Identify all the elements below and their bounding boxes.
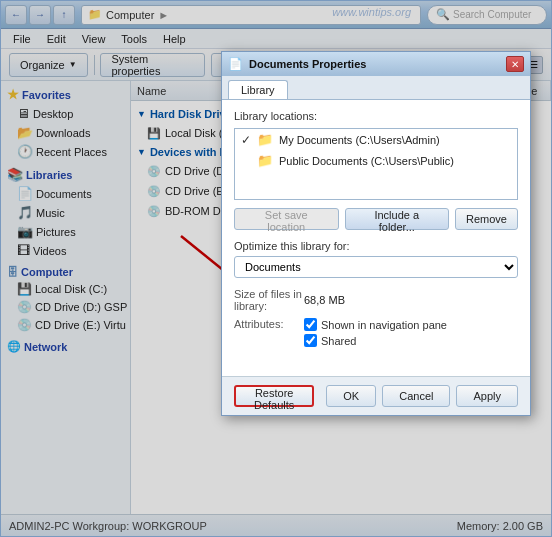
dialog-btn-row-locations: Set save location Include a folder... Re… <box>234 208 518 230</box>
ok-button[interactable]: OK <box>326 385 376 407</box>
attributes-label: Attributes: <box>234 318 304 330</box>
documents-properties-dialog: 📄 Documents Properties ✕ Library Library… <box>221 51 531 416</box>
dialog-overlay: 📄 Documents Properties ✕ Library Library… <box>1 1 551 536</box>
attr-navigation-label: Shown in navigation pane <box>321 319 447 331</box>
optimize-select[interactable]: Documents <box>234 256 518 278</box>
check-my-docs: ✓ <box>241 133 251 147</box>
location-public-docs-text: Public Documents (C:\Users\Public) <box>279 155 454 167</box>
dialog-footer: Restore Defaults OK Cancel Apply <box>222 376 530 415</box>
optimize-label: Optimize this library for: <box>234 240 518 252</box>
include-folder-button[interactable]: Include a folder... <box>345 208 450 230</box>
size-info-row: Size of files in library: 68,8 MB <box>234 288 518 312</box>
size-value: 68,8 MB <box>304 294 345 306</box>
dialog-locations-list[interactable]: ✓ 📁 My Documents (C:\Users\Admin) ✓ 📁 Pu… <box>234 128 518 200</box>
apply-button[interactable]: Apply <box>456 385 518 407</box>
main-window: ← → ↑ 📁 Computer ► 🔍 Search Computer www… <box>0 0 552 537</box>
dialog-title-bar: 📄 Documents Properties ✕ <box>222 52 530 76</box>
dialog-tab-library[interactable]: Library <box>228 80 288 99</box>
size-label: Size of files in library: <box>234 288 304 312</box>
location-my-docs-text: My Documents (C:\Users\Admin) <box>279 134 440 146</box>
dialog-close-button[interactable]: ✕ <box>506 56 524 72</box>
attributes-row: Attributes: Shown in navigation pane Sha… <box>234 318 518 360</box>
dialog-content: Library locations: ✓ 📁 My Documents (C:\… <box>222 100 530 376</box>
restore-defaults-button[interactable]: Restore Defaults <box>234 385 314 407</box>
cancel-button[interactable]: Cancel <box>382 385 450 407</box>
attr-shared-row: Shared <box>304 334 447 347</box>
attr-shared-label: Shared <box>321 335 356 347</box>
location-row-my-docs[interactable]: ✓ 📁 My Documents (C:\Users\Admin) <box>235 129 517 150</box>
folder-my-docs-icon: 📁 <box>257 132 273 147</box>
folder-public-docs-icon: 📁 <box>257 153 273 168</box>
set-save-location-button[interactable]: Set save location <box>234 208 339 230</box>
attr-navigation-checkbox[interactable] <box>304 318 317 331</box>
location-row-public-docs[interactable]: ✓ 📁 Public Documents (C:\Users\Public) <box>235 150 517 171</box>
attr-navigation-row: Shown in navigation pane <box>304 318 447 331</box>
locations-label: Library locations: <box>234 110 518 122</box>
dialog-tab-bar: Library <box>222 76 530 100</box>
dialog-icon: 📄 <box>228 57 243 71</box>
remove-button[interactable]: Remove <box>455 208 518 230</box>
dialog-attributes: Shown in navigation pane Shared <box>304 318 447 350</box>
dialog-title-text: Documents Properties <box>249 58 366 70</box>
attr-shared-checkbox[interactable] <box>304 334 317 347</box>
